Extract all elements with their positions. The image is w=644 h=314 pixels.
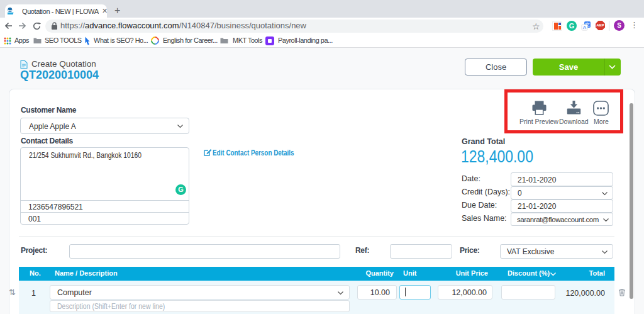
- svg-text:A: A: [583, 25, 587, 30]
